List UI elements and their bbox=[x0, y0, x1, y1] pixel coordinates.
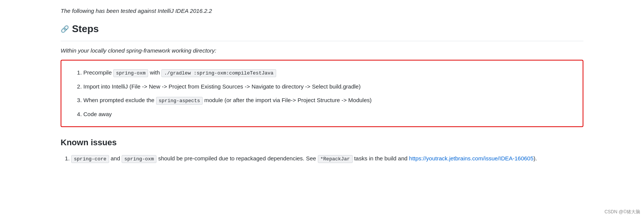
code-spring-core: spring-core bbox=[71, 155, 109, 163]
known-issue-1: spring-core and spring-oxm should be pre… bbox=[71, 154, 583, 163]
code-repack-jar: *RepackJar bbox=[318, 155, 353, 163]
known-issues-heading: Known issues bbox=[61, 138, 117, 148]
idea-link[interactable]: https://youtrack.jetbrains.com/issue/IDE… bbox=[409, 155, 534, 162]
code-gradlew: ./gradlew :spring-oxm:compileTestJava bbox=[161, 69, 276, 77]
code-spring-oxm-2: spring-oxm bbox=[122, 155, 156, 163]
code-spring-aspects: spring-aspects bbox=[156, 97, 203, 105]
steps-heading: Steps bbox=[72, 23, 99, 35]
code-spring-oxm-1: spring-oxm bbox=[113, 69, 148, 77]
steps-note: Within your locally cloned spring-framew… bbox=[61, 47, 583, 54]
known-issues-list: spring-core and spring-oxm should be pre… bbox=[61, 154, 583, 163]
step-4: Code away bbox=[83, 110, 571, 119]
link-icon: 🔗 bbox=[61, 25, 69, 33]
known-issues-section-heading: Known issues bbox=[61, 138, 583, 148]
intro-text: The following has been tested against In… bbox=[61, 8, 583, 14]
steps-list: Precompile spring-oxm with ./gradlew :sp… bbox=[73, 68, 571, 119]
watermark: CSDN @©猪大脑 bbox=[605, 209, 640, 215]
steps-section-heading: 🔗 Steps bbox=[61, 23, 583, 35]
steps-highlighted-box: Precompile spring-oxm with ./gradlew :sp… bbox=[61, 60, 583, 127]
step-3: When prompted exclude the spring-aspects… bbox=[83, 96, 571, 105]
step-1: Precompile spring-oxm with ./gradlew :sp… bbox=[83, 68, 571, 78]
divider bbox=[61, 41, 583, 41]
step-2: Import into IntelliJ (File -> New -> Pro… bbox=[83, 82, 571, 91]
